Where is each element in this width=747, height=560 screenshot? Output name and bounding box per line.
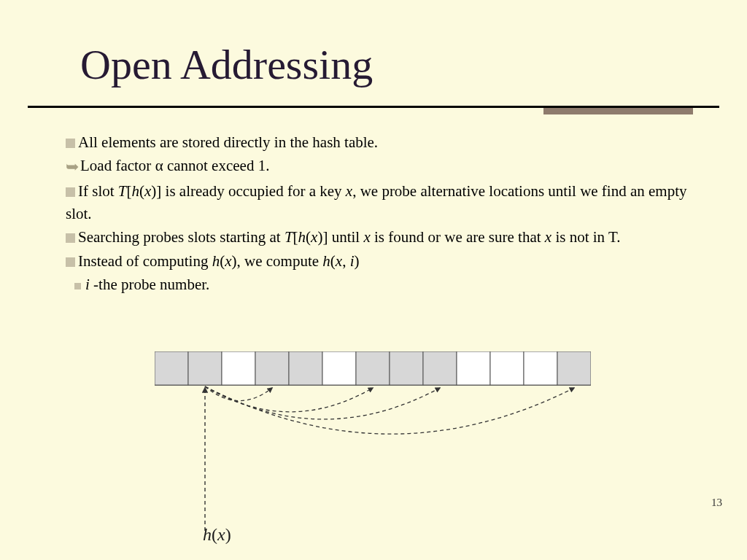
svg-rect-7 [356, 351, 390, 385]
bullet-5: Instead of computing h(x), we compute h(… [66, 250, 700, 272]
bullet-6-rest: -the probe number. [90, 276, 209, 293]
svg-rect-8 [390, 351, 423, 385]
hx-label: h(x) [203, 525, 231, 545]
underline-shadow [543, 108, 693, 114]
bullet-2-pre: Load factor [80, 157, 155, 174]
square-bullet-icon [66, 139, 75, 148]
svg-rect-6 [322, 351, 356, 385]
bullet-1: All elements are stored directly in the … [66, 131, 700, 153]
probe-figure [155, 351, 591, 519]
svg-rect-9 [423, 351, 457, 385]
bullet-3: If slot T[h(x)] is already occupied for … [66, 180, 700, 225]
bullet-6: i -the probe number. [66, 273, 700, 295]
body-text: All elements are stored directly in the … [66, 131, 700, 298]
bullet-2: ➥Load factor α cannot exceed 1. [66, 155, 700, 179]
svg-rect-3 [222, 351, 255, 385]
arrow-bullet-icon: ➥ [66, 155, 79, 179]
svg-rect-13 [557, 351, 591, 385]
svg-rect-4 [255, 351, 289, 385]
page-number: 13 [711, 497, 722, 509]
svg-rect-12 [524, 351, 557, 385]
bullet-2-post: cannot exceed 1. [163, 157, 270, 174]
square-bullet-icon [66, 233, 75, 243]
sub-bullet-icon [74, 283, 81, 289]
svg-rect-2 [188, 351, 222, 385]
page-title: Open Addressing [80, 40, 373, 89]
probe-svg [155, 351, 591, 541]
slide: Open Addressing All elements are stored … [0, 0, 747, 560]
bullet-4: Searching probes slots starting at T[h(x… [66, 226, 700, 248]
square-bullet-icon [66, 257, 75, 267]
svg-rect-11 [490, 351, 524, 385]
square-bullet-icon [66, 187, 75, 197]
svg-rect-1 [155, 351, 188, 385]
svg-rect-10 [457, 351, 490, 385]
bullet-2-alpha: α [155, 157, 163, 174]
svg-rect-5 [289, 351, 322, 385]
bullet-1-text: All elements are stored directly in the … [78, 133, 378, 151]
